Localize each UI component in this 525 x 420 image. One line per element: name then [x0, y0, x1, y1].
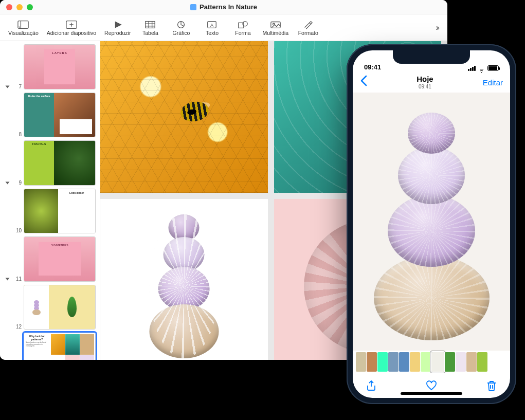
toolbar-text-label: Texto [206, 30, 219, 36]
slide-thumbnail[interactable] [24, 285, 96, 330]
slide-thumbnail-preview: Under the surface [24, 93, 95, 137]
thumbstrip-item[interactable] [477, 352, 487, 372]
format-icon [302, 20, 314, 30]
share-button[interactable] [365, 379, 377, 392]
toolbar-add-slide-button[interactable]: Adicionar diapositivo [44, 19, 99, 37]
photos-navbar: Hoje 09:41 Editar [353, 72, 510, 93]
close-window-button[interactable] [6, 4, 12, 10]
thumbstrip-item[interactable] [367, 352, 377, 372]
back-button[interactable] [360, 75, 367, 89]
canvas-image-honeycomb[interactable] [100, 41, 268, 193]
window-titlebar: Patterns In Nature [0, 0, 447, 14]
disclosure-triangle-icon[interactable] [6, 180, 11, 186]
slide-thumbnail-row: 8Under the surface [2, 93, 100, 138]
slide-thumbnail-preview: LAYERS [24, 45, 95, 89]
slide-navigator[interactable]: 7LAYERS8Under the surface9FRACTALS10Look… [0, 41, 100, 360]
slide-number: 12 [14, 324, 22, 330]
status-time: 09:41 [364, 63, 381, 71]
slide-thumbnail-preview [24, 285, 95, 330]
document-title: Patterns In Nature [200, 3, 257, 11]
slide-thumbnail[interactable]: Why look for patterns?Natural patterns c… [24, 333, 96, 360]
toolbar-play-button[interactable]: Reproduzir [101, 19, 134, 37]
wifi-icon [478, 65, 485, 71]
slide-number: 9 [14, 180, 22, 186]
toolbar-text-button[interactable]: A Texto [197, 19, 226, 37]
slide-thumbnail-preview: SYMMETRIES [24, 237, 95, 281]
document-icon [190, 4, 196, 10]
thumbstrip-item[interactable] [356, 352, 366, 372]
slide-thumbnail-preview: FRACTALS [24, 141, 95, 185]
canvas-image-urchins[interactable] [100, 199, 268, 360]
iphone-screen: 09:41 Hoje 09:41 Editar [353, 50, 510, 398]
toolbar-table-label: Tabela [142, 30, 158, 36]
slide-thumbnail-row: 12 [2, 285, 100, 330]
table-icon [144, 20, 156, 30]
thumbstrip-item[interactable] [445, 352, 455, 372]
toolbar-media-button[interactable]: Multimédia [259, 19, 292, 37]
navbar-subtitle: 09:41 [417, 84, 433, 89]
toolbar-format-label: Formato [298, 30, 318, 36]
slide-thumbnail-row: 9FRACTALS [2, 140, 100, 186]
text-icon: A [206, 20, 218, 30]
trash-button[interactable] [485, 379, 498, 392]
thumbstrip-item[interactable] [456, 352, 466, 372]
slide-thumbnail-row: 11SYMMETRIES [2, 236, 100, 282]
toolbar-table-button[interactable]: Tabela [136, 19, 165, 37]
shape-icon [237, 20, 249, 30]
toolbar-shape-label: Forma [235, 30, 250, 36]
home-indicator[interactable] [401, 392, 462, 395]
slide-thumbnail[interactable]: Look closer [24, 189, 96, 234]
zoom-window-button[interactable] [27, 4, 33, 10]
photo-viewer[interactable] [353, 93, 510, 351]
photo-urchin-stack [374, 113, 490, 340]
slide-thumbnail[interactable]: Under the surface [24, 93, 96, 138]
iphone-device: 09:41 Hoje 09:41 Editar [347, 44, 516, 404]
toolbar-shape-button[interactable]: Forma [228, 19, 257, 37]
slide-thumbnail-row: 10Look closer [2, 189, 100, 234]
minimize-window-button[interactable] [16, 4, 23, 10]
disclosure-triangle-icon[interactable] [6, 277, 11, 282]
disclosure-gutter[interactable] [2, 277, 14, 282]
toolbar-media-label: Multimédia [262, 30, 288, 36]
slide-thumbnail-row: 7LAYERS [2, 44, 100, 89]
toolbar-overflow-button[interactable]: ›› [431, 23, 442, 32]
slide-thumbnail[interactable]: LAYERS [24, 44, 96, 89]
thumbstrip-item[interactable] [388, 352, 399, 372]
toolbar: Visualização Adicionar diapositivo Repro… [0, 14, 447, 41]
favorite-button[interactable] [425, 379, 438, 392]
add-slide-icon [65, 20, 78, 30]
navbar-title-group: Hoje 09:41 [417, 75, 433, 89]
slide-thumbnail[interactable]: SYMMETRIES [24, 236, 96, 282]
navbar-title: Hoje [417, 75, 433, 84]
thumbstrip-item[interactable] [377, 352, 388, 372]
toolbar-view-button[interactable]: Visualização [5, 19, 42, 37]
toolbar-chart-label: Gráfico [173, 30, 190, 36]
thumbstrip-item[interactable] [421, 352, 431, 372]
status-icons [468, 65, 499, 71]
thumbstrip-item[interactable] [431, 352, 444, 372]
toolbar-chart-button[interactable]: Gráfico [167, 19, 195, 37]
slide-number: 11 [14, 276, 22, 282]
thumbstrip-item[interactable] [466, 352, 477, 372]
slide-thumbnail[interactable]: FRACTALS [24, 140, 96, 186]
battery-icon [487, 65, 499, 71]
window-title: Patterns In Nature [0, 3, 447, 11]
disclosure-triangle-icon[interactable] [6, 84, 11, 89]
toolbar-format-button[interactable]: Formato [294, 19, 322, 37]
chart-icon [175, 20, 187, 30]
edit-button[interactable]: Editar [483, 78, 503, 87]
toolbar-play-label: Reproduzir [104, 30, 131, 36]
toolbar-add-slide-label: Adicionar diapositivo [47, 30, 96, 36]
svg-text:A: A [210, 22, 214, 27]
disclosure-gutter[interactable] [2, 180, 14, 186]
disclosure-gutter[interactable] [2, 84, 14, 89]
photo-thumbstrip[interactable] [353, 351, 510, 373]
slide-thumbnail-preview: Why look for patterns?Natural patterns c… [24, 333, 95, 360]
thumbstrip-item[interactable] [399, 352, 409, 372]
svg-marker-5 [115, 22, 121, 27]
slide-thumbnail-preview: Look closer [24, 189, 95, 233]
slide-number: 8 [14, 132, 22, 137]
media-icon [269, 20, 282, 30]
notch [393, 50, 470, 64]
thumbstrip-item[interactable] [410, 352, 420, 372]
